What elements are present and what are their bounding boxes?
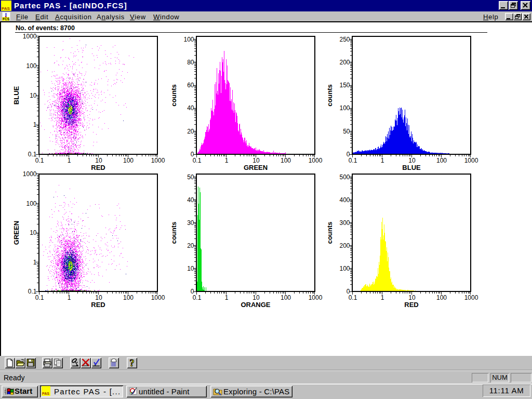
svg-text:1: 1 — [68, 294, 71, 301]
svg-text:?: ? — [130, 358, 135, 368]
svg-text:10: 10 — [30, 92, 37, 99]
svg-text:counts: counts — [326, 84, 334, 107]
svg-text:1: 1 — [381, 157, 384, 164]
svg-text:0.1: 0.1 — [193, 157, 202, 164]
svg-text:0.1: 0.1 — [349, 294, 357, 301]
svg-text:GREEN: GREEN — [244, 164, 268, 171]
svg-text:1000: 1000 — [151, 294, 165, 301]
svg-text:10: 10 — [30, 229, 37, 236]
svg-text:10: 10 — [187, 265, 194, 272]
svg-text:100: 100 — [183, 36, 194, 43]
svg-text:1: 1 — [381, 294, 384, 301]
svg-text:1000: 1000 — [151, 157, 165, 164]
svg-text:1: 1 — [225, 157, 229, 164]
svg-text:150: 150 — [339, 82, 350, 89]
svg-text:80: 80 — [187, 59, 194, 66]
svg-text:1: 1 — [68, 157, 71, 164]
svg-text:0.1: 0.1 — [28, 151, 37, 158]
svg-text:0: 0 — [347, 288, 350, 295]
svg-text:20: 20 — [187, 128, 194, 135]
svg-text:0.1: 0.1 — [35, 294, 44, 301]
svg-text:100: 100 — [339, 265, 350, 272]
svg-text:1000: 1000 — [309, 294, 323, 301]
svg-text:100: 100 — [26, 62, 36, 70]
svg-text:30: 30 — [187, 219, 194, 227]
svg-text:40: 40 — [187, 196, 194, 204]
svg-text:RED: RED — [91, 301, 105, 309]
svg-text:1000: 1000 — [464, 157, 478, 164]
svg-text:1: 1 — [33, 259, 37, 266]
svg-text:counts: counts — [170, 84, 178, 107]
svg-text:100: 100 — [123, 157, 134, 164]
svg-text:100: 100 — [281, 294, 291, 301]
svg-text:100: 100 — [26, 200, 36, 207]
svg-text:RED: RED — [404, 301, 418, 309]
svg-text:300: 300 — [339, 219, 350, 227]
svg-text:0.1: 0.1 — [28, 288, 37, 295]
svg-text:100: 100 — [123, 294, 134, 301]
svg-text:BLUE: BLUE — [402, 164, 421, 171]
svg-text:RED: RED — [91, 164, 105, 171]
svg-text:1000: 1000 — [464, 294, 478, 301]
svg-text:200: 200 — [339, 59, 350, 66]
svg-text:0.1: 0.1 — [349, 157, 357, 164]
svg-text:0: 0 — [191, 151, 194, 158]
svg-text:GREEN: GREEN — [12, 221, 20, 245]
svg-text:BLUE: BLUE — [12, 86, 20, 104]
svg-text:50: 50 — [187, 174, 194, 181]
svg-text:100: 100 — [339, 104, 350, 112]
svg-text:500: 500 — [339, 174, 350, 181]
svg-text:0: 0 — [191, 288, 194, 295]
svg-text:200: 200 — [339, 242, 350, 249]
svg-text:1: 1 — [225, 294, 229, 301]
svg-text:40: 40 — [187, 104, 194, 112]
svg-text:400: 400 — [339, 196, 350, 204]
svg-text:20: 20 — [187, 242, 194, 249]
svg-text:0.1: 0.1 — [193, 294, 202, 301]
svg-text:250: 250 — [339, 36, 350, 43]
svg-text:50: 50 — [343, 128, 350, 135]
svg-text:60: 60 — [187, 82, 194, 89]
svg-text:1000: 1000 — [23, 33, 37, 40]
svg-text:100: 100 — [281, 157, 291, 164]
svg-text:1000: 1000 — [23, 170, 37, 178]
svg-text:1: 1 — [33, 121, 37, 128]
svg-text:0.1: 0.1 — [35, 157, 44, 164]
svg-text:counts: counts — [170, 222, 178, 244]
svg-text:0: 0 — [347, 151, 350, 158]
svg-text:counts: counts — [326, 222, 334, 244]
svg-text:1000: 1000 — [309, 157, 323, 164]
svg-text:ORANGE: ORANGE — [241, 301, 270, 309]
svg-text:100: 100 — [436, 157, 447, 164]
svg-text:100: 100 — [436, 294, 447, 301]
